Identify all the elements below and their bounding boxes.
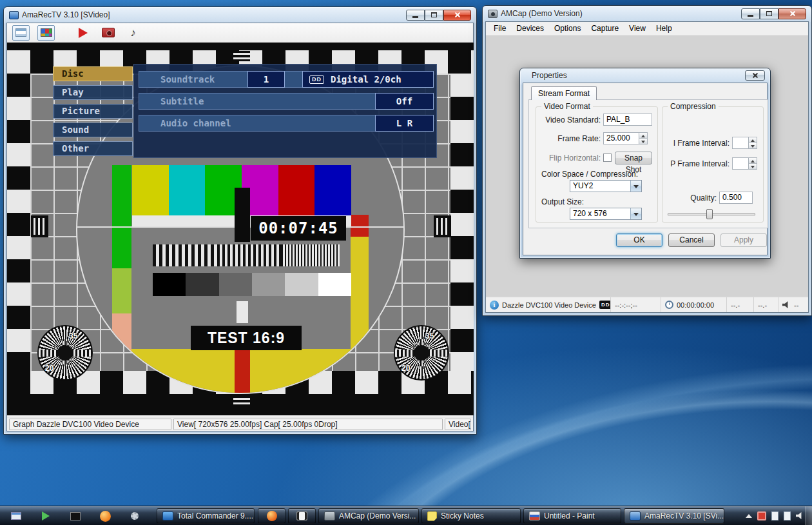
frame-rate-spinner[interactable] (639, 132, 648, 144)
taskbar: Total Commander 9.... AMCap (Demo Versi.… (0, 506, 812, 525)
maximize-button[interactable] (425, 10, 443, 21)
paint-icon (529, 511, 540, 520)
dolby-digital-icon: DD (599, 301, 611, 309)
dvd-soundtrack-label: Soundtrack (160, 72, 215, 87)
taskbar-button-firefox[interactable] (258, 508, 285, 524)
amcap-minimize-button[interactable] (741, 8, 760, 19)
dvd-menu-item-disc[interactable]: Disc (53, 66, 133, 81)
sticky-notes-icon (427, 511, 437, 521)
menu-devices[interactable]: Devices (511, 22, 549, 35)
browser-icon (100, 511, 111, 522)
taskbar-button-amarectv[interactable]: AmaRecTV 3.10 [SVi... (624, 508, 724, 524)
status-view-cap: View[ 720x576 25.00fps] Cap[ 25.00fps 0D… (173, 419, 443, 430)
dvd-subtitle-value: Off (375, 93, 434, 110)
minimize-button[interactable] (406, 10, 425, 21)
p-frame-interval-label: P Frame Interval: (662, 159, 730, 168)
ok-button[interactable]: OK (616, 233, 662, 247)
spinner-up-icon[interactable] (639, 133, 647, 139)
cancel-button[interactable]: Cancel (668, 233, 715, 247)
tray-app-icon-red[interactable] (757, 511, 766, 520)
video-standard-field[interactable]: PAL_B (603, 114, 652, 126)
quicklaunch-console-button[interactable] (68, 509, 82, 523)
quicklaunch-settings-button[interactable] (128, 509, 142, 523)
quality-label: Quality: (662, 193, 717, 203)
quicklaunch-window-button[interactable] (9, 509, 23, 523)
i-frame-interval-field[interactable] (732, 137, 749, 149)
amcap-status-value-1: --.- (727, 297, 754, 312)
p-frame-spinner[interactable] (749, 157, 757, 170)
dvd-menu-item-other[interactable]: Other (53, 141, 133, 156)
video-standard-label: Video Standard: (536, 115, 601, 124)
show-hidden-icons-chevron[interactable] (746, 514, 752, 518)
flip-horizontal-label: Flip Horizontal: (536, 154, 601, 163)
record-button[interactable] (74, 25, 92, 41)
audio-button[interactable]: ♪ (124, 25, 142, 41)
properties-titlebar[interactable]: Properties (523, 68, 768, 83)
dvd-menu-item-picture[interactable]: Picture (53, 104, 133, 119)
taskbar-button-total-commander[interactable]: Total Commander 9.... (157, 508, 255, 524)
spinner-down-icon[interactable] (639, 139, 647, 144)
quicklaunch-launch-button[interactable] (39, 509, 53, 523)
amcap-status-timer: 00:00:00:00 (661, 297, 727, 312)
amcap-app-icon (488, 10, 498, 18)
menu-capture[interactable]: Capture (586, 22, 624, 35)
menu-options[interactable]: Options (549, 22, 586, 35)
close-button[interactable] (443, 10, 471, 21)
p-frame-interval-field[interactable] (732, 157, 749, 170)
dolby-digital-icon: DD (309, 75, 324, 84)
dvd-menu-panel: Soundtrack 1 DD Digital 2/0ch Subtitle O… (133, 64, 437, 158)
amcap-close-button[interactable] (778, 8, 806, 19)
music-note-icon: ♪ (130, 27, 136, 38)
taskbar-button-sticky-notes[interactable]: Sticky Notes (421, 508, 521, 524)
tray-document-icon-2[interactable] (784, 511, 791, 520)
taskbar-button-amcap[interactable]: AMCap (Demo Versi... (318, 508, 419, 524)
properties-close-button[interactable] (745, 70, 765, 81)
slider-thumb[interactable] (706, 209, 713, 219)
device-config-button[interactable] (37, 25, 55, 41)
taskbar-button-paint[interactable]: Untitled - Paint (523, 508, 621, 524)
amarectv-statusbar: Graph Dazzle DVC100 Video Device View[ 7… (7, 417, 473, 431)
play-icon (79, 28, 88, 38)
show-desktop-button[interactable] (806, 506, 812, 525)
amcap-status-timecode: --:-:--;-- (611, 297, 661, 312)
volume-icon[interactable] (796, 512, 804, 520)
info-icon (490, 301, 499, 310)
frame-rate-field[interactable]: 25.000 (603, 132, 639, 144)
taskbar-button-app[interactable] (288, 508, 316, 524)
apply-button[interactable]: Apply (720, 233, 767, 247)
dvd-menu-item-sound[interactable]: Sound (53, 123, 133, 137)
snapshot-button[interactable] (99, 25, 117, 41)
dvd-soundtrack-row: Soundtrack 1 DD Digital 2/0ch (139, 71, 432, 88)
i-frame-spinner[interactable] (749, 137, 757, 149)
menu-help[interactable]: Help (651, 22, 677, 35)
quality-field[interactable]: 0.500 (719, 192, 753, 204)
amarectv-window: AmaRecTV 3.10 [SVideo] ♪ (3, 6, 477, 435)
snap-shot-button[interactable]: Snap Shot (615, 152, 652, 164)
dvd-menu-item-play[interactable]: Play (53, 85, 133, 100)
tab-stream-format[interactable]: Stream Format (531, 86, 597, 100)
quality-slider[interactable] (668, 209, 755, 219)
flip-horizontal-checkbox[interactable] (603, 154, 612, 162)
amcap-icon (324, 511, 335, 520)
amcap-status-value-2: --.- (754, 297, 778, 312)
amarectv-titlebar[interactable]: AmaRecTV 3.10 [SVideo] (6, 7, 474, 23)
tray-document-icon-1[interactable] (771, 511, 778, 520)
amcap-maximize-button[interactable] (760, 8, 778, 19)
properties-title: Properties (532, 71, 567, 80)
menu-view[interactable]: View (624, 22, 651, 35)
video-format-group-label: Video Format (541, 102, 593, 111)
quicklaunch-browser-button[interactable] (98, 509, 112, 523)
menu-file[interactable]: File (488, 22, 511, 35)
output-size-combo[interactable]: 720 x 576 (570, 208, 642, 220)
preview-config-button[interactable] (12, 25, 30, 41)
dvd-audio-row: Audio channel L R (139, 115, 432, 132)
dvd-soundtrack-value: 1 (247, 71, 285, 88)
window-icon (11, 512, 21, 520)
green-arrow-icon (42, 511, 50, 520)
amarectv-app-icon (9, 11, 19, 19)
dvd-menu-overlay: Disc Play Picture Sound Other Soundtrack… (7, 43, 474, 415)
amcap-titlebar[interactable]: AMCap (Demo Version) (485, 6, 809, 21)
color-space-combo[interactable]: YUY2 (570, 180, 642, 192)
i-frame-interval-label: I Frame Interval: (662, 139, 730, 148)
video-format-group: Video Format Video Standard: PAL_B Frame… (536, 106, 658, 223)
